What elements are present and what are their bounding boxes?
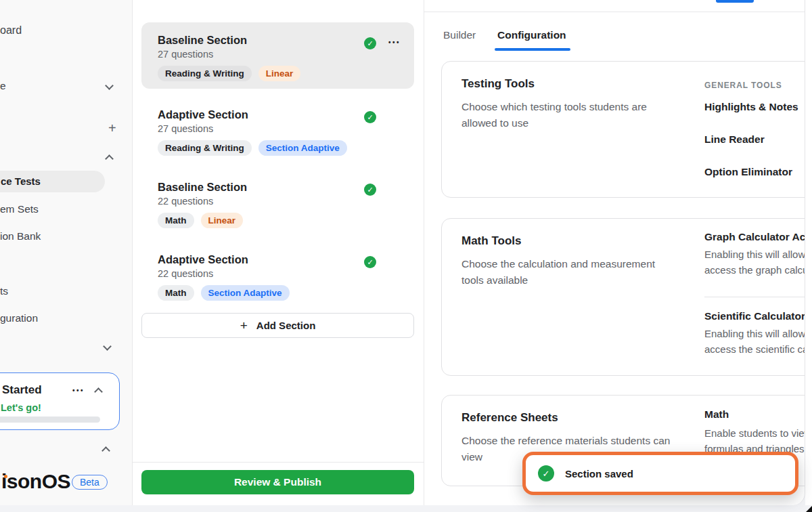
mode-chip: Section Adaptive (258, 140, 347, 156)
sidebar-item-configuration[interactable]: guration (0, 312, 38, 324)
sidebar-item-item-sets[interactable]: em Sets (0, 203, 39, 215)
mode-chip: Linear (258, 66, 301, 81)
active-tab-underline (495, 48, 570, 51)
section-question-count: 27 questions (158, 123, 398, 134)
configuration-panel: Builder Configuration Testing Tools Choo… (424, 0, 805, 505)
sidebar-item-reports[interactable]: ts (0, 285, 8, 297)
mode-chip: Linear (201, 213, 244, 228)
logo-accent-dot (4, 475, 7, 478)
sidebar-item-practice-tests[interactable]: ce Tests (0, 171, 105, 192)
window-right-gutter (805, 0, 812, 505)
tool-highlights-notes[interactable]: Highlights & Notes (704, 101, 798, 113)
section-question-count: 27 questions (158, 49, 398, 60)
sidebar: oard e + ce Tests em Sets ion Bank ts gu… (0, 0, 133, 505)
chevron-up-icon[interactable] (105, 154, 114, 163)
subject-chip: Reading & Writing (158, 140, 252, 156)
plus-icon: + (240, 318, 248, 333)
review-publish-button[interactable]: Review & Publish (141, 470, 414, 494)
tool-option-eliminator[interactable]: Option Eliminator (704, 166, 792, 178)
sidebar-item-dashboard[interactable]: oard (0, 24, 22, 37)
tab-configuration[interactable]: Configuration (497, 29, 566, 41)
chevron-up-icon[interactable] (102, 446, 110, 455)
more-options-icon[interactable]: ••• (72, 387, 85, 394)
card-description: Choose which testing tools students are … (461, 99, 673, 131)
check-circle-icon: ✓ (364, 37, 376, 49)
section-title: Adaptive Section (158, 253, 398, 266)
card-title: Math Tools (461, 234, 521, 248)
section-question-count: 22 questions (158, 196, 398, 207)
app-logo: isonOS (1, 470, 70, 493)
chevron-down-icon[interactable] (105, 81, 114, 90)
tool-line-reader[interactable]: Line Reader (704, 133, 765, 146)
getting-started-title: Started (2, 383, 42, 397)
section-title: Baseline Section (158, 181, 398, 194)
section-title: Baseline Section (158, 34, 398, 47)
check-circle-icon: ✓ (364, 184, 376, 196)
collapse-icon[interactable] (94, 387, 103, 396)
check-circle-icon: ✓ (364, 111, 376, 123)
testing-tools-card: Testing Tools Choose which testing tools… (441, 61, 805, 198)
subject-chip: Math (158, 285, 194, 301)
section-card[interactable]: Baseline Section 27 questions Reading & … (141, 22, 414, 89)
section-card[interactable]: Adaptive Section 27 questions Reading & … (141, 102, 414, 157)
math-tools-card: Math Tools Choose the calculation and me… (441, 218, 805, 376)
scientific-calculator-label[interactable]: Scientific Calculator Access (704, 310, 805, 322)
graph-calculator-label[interactable]: Graph Calculator Access (704, 231, 805, 243)
card-title: Reference Sheets (461, 411, 558, 425)
toast-message: Section saved (565, 468, 633, 479)
row-divider (704, 297, 805, 297)
subject-chip: Reading & Writing (158, 66, 252, 81)
plus-icon[interactable]: + (108, 123, 116, 133)
section-card[interactable]: Adaptive Section 22 questions Math Secti… (141, 247, 414, 302)
app-sheet: oard e + ce Tests em Sets ion Bank ts gu… (0, 0, 805, 505)
footer-divider (133, 462, 424, 463)
section-card[interactable]: Baseline Section 22 questions Math Linea… (141, 174, 414, 230)
mode-chip: Section Adaptive (201, 285, 290, 301)
card-description: Choose the calculation and measurement t… (461, 256, 673, 288)
scientific-calculator-desc: Enabling this will allow access the scie… (704, 326, 805, 357)
card-title: Testing Tools (461, 77, 535, 91)
section-title: Adaptive Section (158, 108, 398, 121)
getting-started-card[interactable]: Started ••• Let's go! (0, 372, 120, 430)
chevron-down-icon[interactable] (103, 342, 112, 351)
check-circle-icon: ✓ (538, 465, 554, 482)
beta-badge: Beta (72, 475, 108, 490)
add-section-button[interactable]: + Add Section (141, 313, 414, 338)
progress-bar (0, 417, 100, 423)
sidebar-group-label[interactable]: e (0, 80, 6, 92)
reference-math-label[interactable]: Math (704, 408, 729, 421)
tab-builder[interactable]: Builder (443, 29, 476, 41)
sidebar-item-question-bank[interactable]: ion Bank (0, 230, 41, 242)
more-options-icon[interactable]: ••• (388, 39, 401, 46)
sections-panel: Baseline Section 27 questions Reading & … (133, 0, 424, 505)
sidebar-item-label: ce Tests (0, 175, 41, 187)
section-question-count: 22 questions (158, 268, 398, 279)
getting-started-subtitle: Let's go! (1, 402, 41, 413)
add-section-label: Add Section (256, 320, 316, 331)
check-circle-icon: ✓ (364, 256, 376, 268)
subject-chip: Math (158, 213, 194, 228)
general-tools-heading: GENERAL TOOLS (704, 81, 782, 90)
graph-calculator-desc: Enabling this will allow access the grap… (704, 247, 805, 278)
toast-section-saved: ✓ Section saved (522, 452, 798, 495)
mouse-cursor (806, 506, 812, 512)
